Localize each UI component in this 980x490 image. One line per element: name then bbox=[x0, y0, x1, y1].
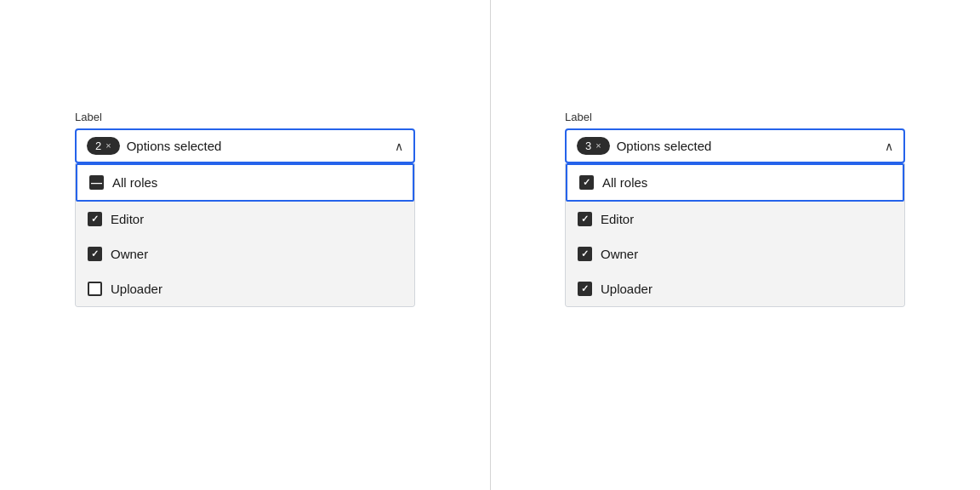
right-item-editor[interactable]: ✓ Editor bbox=[566, 202, 904, 236]
left-chevron-icon: ∧ bbox=[395, 140, 403, 153]
right-dropdown-container: Label 3 × Options selected ∧ ✓ All roles bbox=[565, 111, 905, 307]
right-item-owner-label: Owner bbox=[601, 247, 638, 261]
left-checkbox-editor: ✓ bbox=[88, 212, 102, 226]
right-badge[interactable]: 3 × bbox=[577, 137, 610, 155]
left-label: Label bbox=[75, 111, 415, 123]
left-minus-mark: — bbox=[91, 177, 102, 188]
right-item-all-roles[interactable]: ✓ All roles bbox=[566, 163, 904, 202]
divider bbox=[490, 0, 491, 490]
right-checkbox-all-roles: ✓ bbox=[579, 175, 594, 190]
left-item-editor-label: Editor bbox=[111, 212, 144, 226]
right-item-all-roles-label: All roles bbox=[602, 175, 647, 190]
left-check-owner: ✓ bbox=[91, 249, 99, 259]
right-item-editor-label: Editor bbox=[601, 212, 634, 226]
left-checkbox-all-roles: — bbox=[89, 175, 104, 190]
left-item-owner-label: Owner bbox=[111, 247, 148, 261]
right-checkbox-editor: ✓ bbox=[578, 212, 592, 226]
right-check-editor: ✓ bbox=[581, 214, 589, 224]
left-item-all-roles-label: All roles bbox=[112, 175, 157, 190]
right-badge-close[interactable]: × bbox=[595, 141, 601, 151]
right-badge-count: 3 bbox=[585, 140, 591, 152]
left-checkbox-uploader bbox=[88, 282, 102, 296]
right-checkbox-owner: ✓ bbox=[578, 247, 592, 261]
left-checkbox-owner: ✓ bbox=[88, 247, 102, 261]
right-item-owner[interactable]: ✓ Owner bbox=[566, 236, 904, 271]
right-label: Label bbox=[565, 111, 905, 123]
right-trigger-label: Options selected bbox=[617, 139, 878, 153]
left-item-editor[interactable]: ✓ Editor bbox=[76, 202, 414, 236]
right-dropdown-trigger[interactable]: 3 × Options selected ∧ bbox=[565, 128, 905, 163]
right-panel: Label 3 × Options selected ∧ ✓ All roles bbox=[490, 0, 980, 490]
left-check-editor: ✓ bbox=[91, 214, 99, 224]
left-item-uploader[interactable]: Uploader bbox=[76, 271, 414, 306]
right-check-owner: ✓ bbox=[581, 249, 589, 259]
left-dropdown-container: Label 2 × Options selected ∧ — All roles bbox=[75, 111, 415, 307]
right-dropdown-menu: ✓ All roles ✓ Editor ✓ Owner bbox=[565, 163, 905, 307]
right-item-uploader[interactable]: ✓ Uploader bbox=[566, 271, 904, 306]
left-dropdown-trigger[interactable]: 2 × Options selected ∧ bbox=[75, 128, 415, 163]
right-checkbox-uploader: ✓ bbox=[578, 282, 592, 296]
left-panel: Label 2 × Options selected ∧ — All roles bbox=[0, 0, 490, 490]
left-item-owner[interactable]: ✓ Owner bbox=[76, 236, 414, 271]
left-item-uploader-label: Uploader bbox=[111, 282, 162, 296]
left-dropdown-menu: — All roles ✓ Editor ✓ Owner bbox=[75, 163, 415, 307]
left-item-all-roles[interactable]: — All roles bbox=[76, 163, 414, 202]
left-badge-count: 2 bbox=[95, 140, 101, 152]
right-chevron-icon: ∧ bbox=[885, 140, 893, 153]
right-check-uploader: ✓ bbox=[581, 284, 589, 293]
page-wrapper: Label 2 × Options selected ∧ — All roles bbox=[0, 0, 980, 490]
right-item-uploader-label: Uploader bbox=[601, 282, 652, 296]
left-trigger-label: Options selected bbox=[127, 139, 388, 153]
left-badge-close[interactable]: × bbox=[105, 141, 111, 151]
left-badge[interactable]: 2 × bbox=[87, 137, 120, 155]
right-check-all-roles: ✓ bbox=[583, 178, 590, 187]
